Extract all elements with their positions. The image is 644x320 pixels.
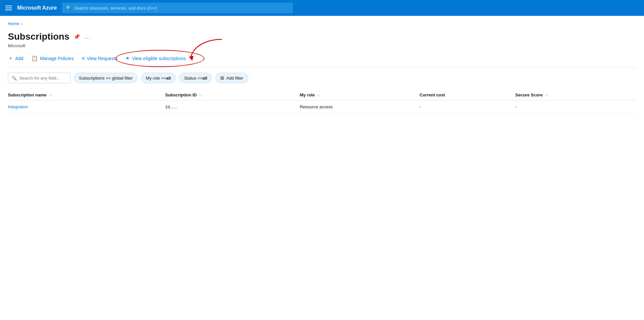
col-header-score[interactable]: Secure Score ↑↓ <box>515 90 636 100</box>
subscription-name-link[interactable]: Integration <box>8 104 28 109</box>
more-options-button[interactable]: ... <box>84 33 91 40</box>
page-header: Subscriptions 📌 ... Microsoft <box>8 31 636 48</box>
cell-score: - <box>515 100 636 114</box>
global-search-box[interactable]: 🔍 <box>62 3 293 13</box>
add-filter-label: Add filter <box>226 76 243 81</box>
add-label: Add <box>15 56 23 61</box>
view-requests-icon: ≡ <box>82 55 85 61</box>
add-filter-icon: ⊞ <box>220 75 224 81</box>
add-button[interactable]: ＋ Add <box>8 55 23 62</box>
manage-policies-label: Manage Policies <box>40 56 74 61</box>
table-header: Subscription name ↑↓ Subscription ID ↑↓ … <box>8 90 636 100</box>
breadcrumb: Home › <box>8 21 636 26</box>
manage-policies-icon: 📋 <box>31 55 38 61</box>
eye-icon: 👁 <box>125 56 130 61</box>
page-title: Subscriptions <box>8 31 70 42</box>
main-content: Home › Subscriptions 📌 ... Microsoft ＋ A… <box>0 16 644 320</box>
col-header-id[interactable]: Subscription ID ↑↓ <box>165 90 300 100</box>
breadcrumb-separator: › <box>21 21 23 26</box>
cell-role: Resource access <box>300 100 419 114</box>
sort-icon-score: ↑↓ <box>545 93 548 97</box>
col-header-cost: Current cost <box>419 90 515 100</box>
table-body: Integration 1d...... Resource access - - <box>8 100 636 114</box>
filters-row: 🔍 Subscriptions == global filter My role… <box>8 73 636 83</box>
sort-icon-role: ↑↓ <box>317 93 321 97</box>
view-eligible-subscriptions-button[interactable]: 👁 View eligible subscriptions <box>125 56 186 61</box>
sort-icon-id: ↑↓ <box>199 93 202 97</box>
manage-policies-button[interactable]: 📋 Manage Policies <box>31 55 74 61</box>
pin-icon[interactable]: 📌 <box>74 34 80 40</box>
cell-name: Integration <box>8 100 165 114</box>
col-header-name[interactable]: Subscription name ↑↓ <box>8 90 165 100</box>
view-eligible-wrapper: 👁 View eligible subscriptions <box>125 56 186 61</box>
search-input[interactable] <box>74 6 289 11</box>
topbar: Microsoft Azure 🔍 <box>0 0 644 16</box>
cell-id: 1d...... <box>165 100 300 114</box>
add-filter-button[interactable]: ⊞ Add filter <box>215 73 248 83</box>
table-row: Integration 1d...... Resource access - - <box>8 100 636 114</box>
table-search-field[interactable]: 🔍 <box>8 73 71 83</box>
view-requests-button[interactable]: ≡ View Requests <box>82 55 117 61</box>
sort-icon-name: ↑↓ <box>49 93 52 97</box>
view-requests-label: View Requests <box>87 56 117 61</box>
breadcrumb-home-link[interactable]: Home <box>8 21 19 26</box>
role-filter-chip[interactable]: My role == all <box>141 73 176 83</box>
toolbar: ＋ Add 📋 Manage Policies ≡ View Requests … <box>8 55 636 67</box>
subscriptions-filter-chip[interactable]: Subscriptions == global filter <box>74 73 138 83</box>
add-icon: ＋ <box>8 55 13 62</box>
cell-cost: - <box>419 100 515 114</box>
status-filter-chip[interactable]: Status == all <box>179 73 212 83</box>
role-filter-value: all <box>166 76 171 81</box>
role-filter-prefix: My role == <box>146 76 166 81</box>
subscriptions-table: Subscription name ↑↓ Subscription ID ↑↓ … <box>8 90 636 114</box>
brand-logo: Microsoft Azure <box>17 5 57 11</box>
col-header-role[interactable]: My role ↑↓ <box>300 90 419 100</box>
table-search-input[interactable] <box>19 76 67 81</box>
status-filter-prefix: Status == <box>184 76 202 81</box>
view-eligible-label: View eligible subscriptions <box>132 56 186 61</box>
search-field-icon: 🔍 <box>12 76 17 81</box>
svg-marker-0 <box>189 56 194 61</box>
search-icon: 🔍 <box>66 5 72 11</box>
status-filter-value: all <box>202 76 207 81</box>
page-subtitle: Microsoft <box>8 43 636 48</box>
hamburger-menu-button[interactable] <box>5 6 12 10</box>
